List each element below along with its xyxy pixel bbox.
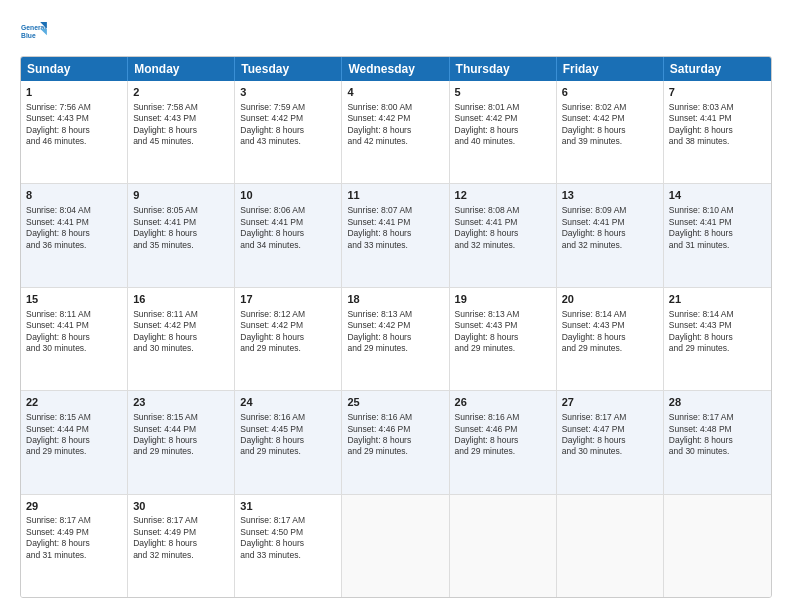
- day-number: 8: [26, 188, 122, 203]
- day-header-thursday: Thursday: [450, 57, 557, 81]
- day-info-line: Sunset: 4:48 PM: [669, 424, 766, 435]
- day-info-line: Sunset: 4:43 PM: [562, 320, 658, 331]
- day-info-line: Sunset: 4:41 PM: [26, 217, 122, 228]
- day-info-line: Sunset: 4:42 PM: [347, 320, 443, 331]
- svg-marker-3: [40, 29, 47, 36]
- day-info-line: Daylight: 8 hours: [669, 435, 766, 446]
- calendar-row-1: 1Sunrise: 7:56 AMSunset: 4:43 PMDaylight…: [21, 81, 771, 184]
- calendar-body: 1Sunrise: 7:56 AMSunset: 4:43 PMDaylight…: [21, 81, 771, 597]
- day-info-line: and 46 minutes.: [26, 136, 122, 147]
- day-info-line: Daylight: 8 hours: [26, 538, 122, 549]
- day-info-line: Daylight: 8 hours: [562, 332, 658, 343]
- calendar-row-5: 29Sunrise: 8:17 AMSunset: 4:49 PMDayligh…: [21, 495, 771, 597]
- day-cell-2: 2Sunrise: 7:58 AMSunset: 4:43 PMDaylight…: [128, 81, 235, 183]
- day-info-line: Daylight: 8 hours: [347, 228, 443, 239]
- day-info-line: Sunset: 4:41 PM: [669, 113, 766, 124]
- day-info-line: and 31 minutes.: [669, 240, 766, 251]
- day-info-line: and 38 minutes.: [669, 136, 766, 147]
- day-number: 10: [240, 188, 336, 203]
- day-info-line: Sunrise: 7:56 AM: [26, 102, 122, 113]
- logo: GeneralBlue: [20, 18, 48, 46]
- day-info-line: Daylight: 8 hours: [26, 125, 122, 136]
- day-info-line: Sunrise: 8:00 AM: [347, 102, 443, 113]
- day-info-line: Sunset: 4:49 PM: [26, 527, 122, 538]
- day-info-line: and 42 minutes.: [347, 136, 443, 147]
- day-number: 27: [562, 395, 658, 410]
- day-info-line: Daylight: 8 hours: [562, 125, 658, 136]
- day-info-line: Sunset: 4:42 PM: [562, 113, 658, 124]
- day-header-wednesday: Wednesday: [342, 57, 449, 81]
- day-info-line: and 34 minutes.: [240, 240, 336, 251]
- day-info-line: Sunrise: 8:14 AM: [669, 309, 766, 320]
- day-info-line: Sunrise: 8:12 AM: [240, 309, 336, 320]
- day-info-line: Sunset: 4:41 PM: [669, 217, 766, 228]
- day-cell-23: 23Sunrise: 8:15 AMSunset: 4:44 PMDayligh…: [128, 391, 235, 493]
- day-number: 11: [347, 188, 443, 203]
- day-info-line: Daylight: 8 hours: [240, 228, 336, 239]
- day-cell-7: 7Sunrise: 8:03 AMSunset: 4:41 PMDaylight…: [664, 81, 771, 183]
- day-info-line: Sunrise: 8:01 AM: [455, 102, 551, 113]
- day-number: 25: [347, 395, 443, 410]
- day-info-line: Sunrise: 8:15 AM: [133, 412, 229, 423]
- day-info-line: and 33 minutes.: [347, 240, 443, 251]
- day-info-line: Sunrise: 8:10 AM: [669, 205, 766, 216]
- day-info-line: Sunset: 4:41 PM: [133, 217, 229, 228]
- day-info-line: Sunset: 4:41 PM: [562, 217, 658, 228]
- day-info-line: Sunrise: 8:06 AM: [240, 205, 336, 216]
- day-info-line: Daylight: 8 hours: [455, 435, 551, 446]
- day-info-line: Sunrise: 8:16 AM: [240, 412, 336, 423]
- day-info-line: Sunrise: 8:17 AM: [133, 515, 229, 526]
- day-number: 15: [26, 292, 122, 307]
- day-info-line: Daylight: 8 hours: [455, 332, 551, 343]
- day-number: 2: [133, 85, 229, 100]
- day-header-friday: Friday: [557, 57, 664, 81]
- day-info-line: Sunrise: 8:04 AM: [26, 205, 122, 216]
- day-info-line: and 39 minutes.: [562, 136, 658, 147]
- day-number: 30: [133, 499, 229, 514]
- calendar-header: SundayMondayTuesdayWednesdayThursdayFrid…: [21, 57, 771, 81]
- day-cell-21: 21Sunrise: 8:14 AMSunset: 4:43 PMDayligh…: [664, 288, 771, 390]
- day-info-line: Sunrise: 8:13 AM: [347, 309, 443, 320]
- day-info-line: Sunrise: 7:59 AM: [240, 102, 336, 113]
- day-info-line: Sunrise: 8:11 AM: [26, 309, 122, 320]
- day-number: 6: [562, 85, 658, 100]
- day-number: 13: [562, 188, 658, 203]
- day-info-line: and 29 minutes.: [455, 446, 551, 457]
- day-cell-30: 30Sunrise: 8:17 AMSunset: 4:49 PMDayligh…: [128, 495, 235, 597]
- day-info-line: Daylight: 8 hours: [240, 125, 336, 136]
- day-cell-10: 10Sunrise: 8:06 AMSunset: 4:41 PMDayligh…: [235, 184, 342, 286]
- day-info-line: Daylight: 8 hours: [26, 332, 122, 343]
- day-cell-6: 6Sunrise: 8:02 AMSunset: 4:42 PMDaylight…: [557, 81, 664, 183]
- day-info-line: and 40 minutes.: [455, 136, 551, 147]
- day-number: 31: [240, 499, 336, 514]
- day-info-line: and 32 minutes.: [562, 240, 658, 251]
- day-info-line: Sunrise: 8:15 AM: [26, 412, 122, 423]
- day-info-line: and 29 minutes.: [669, 343, 766, 354]
- day-info-line: Daylight: 8 hours: [669, 228, 766, 239]
- day-info-line: Sunrise: 8:17 AM: [669, 412, 766, 423]
- day-number: 21: [669, 292, 766, 307]
- day-info-line: Sunset: 4:49 PM: [133, 527, 229, 538]
- day-info-line: Sunset: 4:42 PM: [347, 113, 443, 124]
- day-info-line: Sunrise: 7:58 AM: [133, 102, 229, 113]
- day-header-saturday: Saturday: [664, 57, 771, 81]
- day-cell-26: 26Sunrise: 8:16 AMSunset: 4:46 PMDayligh…: [450, 391, 557, 493]
- day-info-line: Sunset: 4:50 PM: [240, 527, 336, 538]
- day-info-line: and 30 minutes.: [26, 343, 122, 354]
- day-info-line: Daylight: 8 hours: [455, 228, 551, 239]
- day-info-line: Daylight: 8 hours: [669, 125, 766, 136]
- day-cell-15: 15Sunrise: 8:11 AMSunset: 4:41 PMDayligh…: [21, 288, 128, 390]
- day-cell-3: 3Sunrise: 7:59 AMSunset: 4:42 PMDaylight…: [235, 81, 342, 183]
- day-number: 4: [347, 85, 443, 100]
- header: GeneralBlue: [20, 18, 772, 46]
- day-info-line: Sunrise: 8:03 AM: [669, 102, 766, 113]
- day-info-line: Daylight: 8 hours: [133, 332, 229, 343]
- day-info-line: Sunset: 4:42 PM: [240, 320, 336, 331]
- day-info-line: Daylight: 8 hours: [455, 125, 551, 136]
- day-info-line: and 29 minutes.: [347, 343, 443, 354]
- day-info-line: and 29 minutes.: [347, 446, 443, 457]
- day-cell-12: 12Sunrise: 8:08 AMSunset: 4:41 PMDayligh…: [450, 184, 557, 286]
- calendar-row-4: 22Sunrise: 8:15 AMSunset: 4:44 PMDayligh…: [21, 391, 771, 494]
- day-header-sunday: Sunday: [21, 57, 128, 81]
- day-info-line: Sunrise: 8:17 AM: [562, 412, 658, 423]
